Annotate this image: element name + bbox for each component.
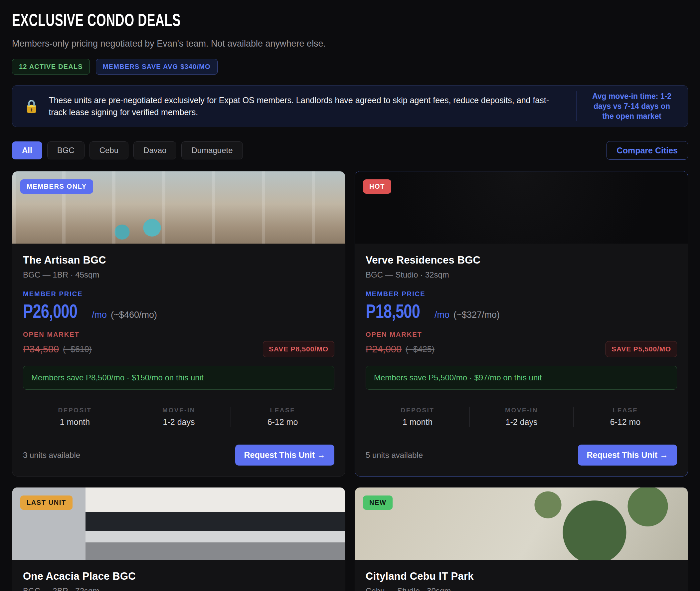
filter-chip-davao[interactable]: Davao	[133, 141, 176, 159]
per-month-suffix: /mo	[92, 310, 107, 320]
units-available: 3 units available	[23, 451, 80, 460]
market-price-value: P34,500	[23, 344, 59, 355]
avg-savings-badge: MEMBERS SAVE AVG $340/MO	[96, 59, 218, 74]
lease-value: 6-12 mo	[231, 417, 334, 427]
listing-card-verve-residences: HOT Verve Residences BGC BGC — Studio · …	[355, 171, 688, 476]
market-price-usd: (~$610)	[63, 344, 92, 354]
page-title: EXCLUSIVE CONDO DEALS	[12, 10, 181, 30]
unit-name: The Artisan BGC	[23, 254, 334, 266]
filter-chip-bgc[interactable]: BGC	[47, 141, 84, 159]
listings-grid: MEMBERS ONLY The Artisan BGC BGC — 1BR ·…	[12, 171, 688, 591]
deposit-value: 1 month	[366, 417, 470, 427]
lease-label: LEASE	[231, 407, 334, 414]
filter-chip-cebu[interactable]: Cebu	[89, 141, 128, 159]
lease-stats: DEPOSIT 1 month MOVE-IN 1-2 days LEASE 6…	[23, 400, 334, 435]
listing-card-artisan-bgc: MEMBERS ONLY The Artisan BGC BGC — 1BR ·…	[12, 171, 345, 476]
hot-badge: HOT	[363, 179, 391, 194]
unit-specs: BGC — Studio · 32sqm	[366, 270, 677, 279]
unit-name: Cityland Cebu IT Park	[366, 570, 677, 582]
filter-chip-all[interactable]: All	[12, 141, 42, 159]
exclusive-deals-page: EXCLUSIVE CONDO DEALS Members-only prici…	[0, 0, 700, 591]
save-amount-badge: SAVE P5,500/MO	[606, 341, 677, 357]
new-badge: NEW	[363, 496, 393, 510]
deposit-label: DEPOSIT	[23, 407, 127, 414]
listing-card-cityland-cebu: NEW Cityland Cebu IT Park Cebu — Studio …	[355, 487, 688, 591]
member-price-usd: (~$327/mo)	[453, 310, 500, 320]
open-market-label: OPEN MARKET	[366, 331, 677, 338]
deposit-value: 1 month	[23, 417, 127, 427]
unit-name: Verve Residences BGC	[366, 254, 677, 266]
units-available: 5 units available	[366, 451, 423, 460]
members-only-badge: MEMBERS ONLY	[20, 179, 93, 194]
market-price-usd: (~$425)	[406, 344, 434, 354]
header-badge-row: 12 ACTIVE DEALS MEMBERS SAVE AVG $340/MO	[12, 59, 688, 74]
save-amount-badge: SAVE P8,500/MO	[263, 341, 334, 357]
lease-stats: DEPOSIT 1 month MOVE-IN 1-2 days LEASE 6…	[366, 400, 677, 435]
city-filter-row: All BGC Cebu Davao Dumaguete Compare Cit…	[12, 141, 688, 160]
savings-note: Members save P8,500/mo · $150/mo on this…	[23, 366, 334, 390]
last-unit-badge: LAST UNIT	[20, 496, 73, 510]
listing-photo: LAST UNIT	[12, 487, 345, 560]
move-in-label: MOVE-IN	[127, 407, 230, 414]
listing-photo: HOT	[355, 172, 688, 244]
filter-chip-dumaguete[interactable]: Dumaguete	[181, 141, 242, 159]
request-unit-button[interactable]: Request This Unit →	[235, 445, 334, 466]
member-price-label: MEMBER PRICE	[366, 290, 677, 298]
per-month-suffix: /mo	[434, 310, 449, 320]
unit-specs: BGC — 2BR · 72sqm	[23, 586, 334, 591]
unit-specs: Cebu — Studio · 30sqm	[366, 586, 677, 591]
unit-name: One Acacia Place BGC	[23, 570, 334, 582]
market-price-value: P24,000	[366, 344, 402, 355]
move-in-label: MOVE-IN	[470, 407, 573, 414]
listing-photo: MEMBERS ONLY	[12, 172, 345, 244]
request-unit-button[interactable]: Request This Unit →	[578, 445, 677, 466]
page-subtitle: Members-only pricing negotiated by Evan'…	[12, 39, 688, 49]
notice-text: These units are pre-negotiated exclusive…	[49, 94, 567, 118]
move-in-time-note: Avg move-in time: 1-2 days vs 7-14 days …	[576, 91, 676, 121]
unit-specs: BGC — 1BR · 45sqm	[23, 270, 334, 279]
lease-label: LEASE	[574, 407, 677, 414]
member-price-value: P26,000	[23, 300, 77, 322]
member-price-usd: (~$460/mo)	[111, 310, 157, 320]
open-market-label: OPEN MARKET	[23, 331, 334, 338]
active-deals-badge: 12 ACTIVE DEALS	[12, 59, 90, 74]
move-in-value: 1-2 days	[470, 417, 573, 427]
deposit-label: DEPOSIT	[366, 407, 470, 414]
listing-photo: NEW	[355, 487, 688, 560]
listing-card-one-acacia: LAST UNIT One Acacia Place BGC BGC — 2BR…	[12, 487, 345, 591]
members-notice-banner: 🔒 These units are pre-negotiated exclusi…	[12, 85, 688, 127]
lease-value: 6-12 mo	[574, 417, 677, 427]
lock-icon: 🔒	[24, 99, 39, 114]
move-in-value: 1-2 days	[127, 417, 230, 427]
member-price-label: MEMBER PRICE	[23, 290, 334, 298]
member-price-value: P18,500	[366, 300, 420, 322]
savings-note: Members save P5,500/mo · $97/mo on this …	[366, 366, 677, 390]
compare-cities-button[interactable]: Compare Cities	[607, 141, 688, 160]
